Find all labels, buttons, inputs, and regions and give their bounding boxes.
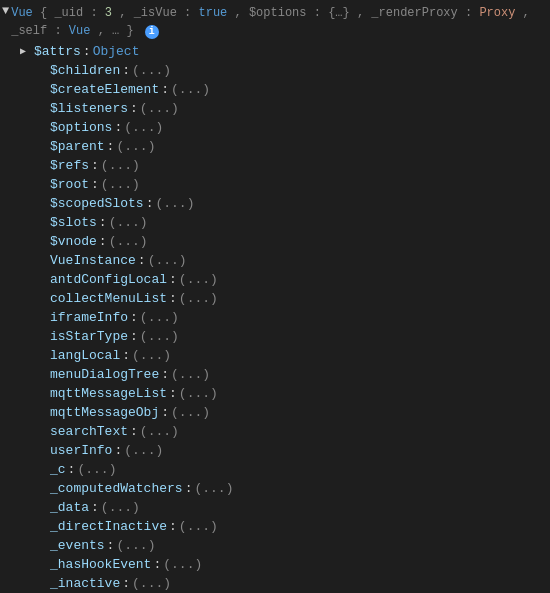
colon-2: : xyxy=(184,6,198,20)
list-item[interactable]: $options : (...) xyxy=(0,118,550,137)
item-name: $scopedSlots xyxy=(50,194,144,213)
item-value: (...) xyxy=(101,498,140,517)
item-value: (...) xyxy=(140,308,179,327)
list-item[interactable]: langLocal : (...) xyxy=(0,346,550,365)
item-name: $children xyxy=(50,61,120,80)
item-colon: : xyxy=(146,194,154,213)
comma-4: , xyxy=(523,6,530,20)
list-item[interactable]: userInfo : (...) xyxy=(0,441,550,460)
list-item[interactable]: _c : (...) xyxy=(0,460,550,479)
item-value: (...) xyxy=(116,137,155,156)
options-value: {…} xyxy=(328,6,350,20)
list-item[interactable]: collectMenuList : (...) xyxy=(0,289,550,308)
item-value: (...) xyxy=(132,574,171,593)
item-colon: : xyxy=(153,555,161,574)
item-value: (...) xyxy=(132,346,171,365)
item-value: (...) xyxy=(179,270,218,289)
item-colon: : xyxy=(130,422,138,441)
item-colon: : xyxy=(138,251,146,270)
item-value: (...) xyxy=(171,365,210,384)
item-name: mqttMessageList xyxy=(50,384,167,403)
colon-3: : xyxy=(314,6,328,20)
list-item[interactable]: mqttMessageObj : (...) xyxy=(0,403,550,422)
item-name: $listeners xyxy=(50,99,128,118)
item-name: $refs xyxy=(50,156,89,175)
self-value: Vue xyxy=(69,24,91,38)
item-value: (...) xyxy=(155,194,194,213)
item-value: (...) xyxy=(179,517,218,536)
item-colon: : xyxy=(114,441,122,460)
self-dots: … xyxy=(112,24,119,38)
item-name: $options xyxy=(50,118,112,137)
list-item[interactable]: $parent : (...) xyxy=(0,137,550,156)
item-value: (...) xyxy=(101,156,140,175)
item-value: (...) xyxy=(109,213,148,232)
console-container: ▼ Vue { _uid : 3 , _isVue : true , $opti… xyxy=(0,0,550,593)
item-name: _c xyxy=(50,460,66,479)
item-name: searchText xyxy=(50,422,128,441)
item-name: userInfo xyxy=(50,441,112,460)
info-icon[interactable]: i xyxy=(145,25,159,39)
self-key: _self xyxy=(11,24,47,38)
item-value: (...) xyxy=(140,99,179,118)
item-colon: : xyxy=(169,289,177,308)
comma-5: , xyxy=(98,24,112,38)
item-value: (...) xyxy=(179,289,218,308)
item-colon: : xyxy=(99,232,107,251)
list-item[interactable]: mqttMessageList : (...) xyxy=(0,384,550,403)
list-item[interactable]: isStarType : (...) xyxy=(0,327,550,346)
attrs-triangle[interactable]: ▶ xyxy=(20,42,30,61)
attrs-row[interactable]: ▶ $attrs : Object xyxy=(0,42,550,61)
renderProxy-value: Proxy xyxy=(479,6,515,20)
item-name: mqttMessageObj xyxy=(50,403,159,422)
item-value: (...) xyxy=(132,61,171,80)
list-item[interactable]: $refs : (...) xyxy=(0,156,550,175)
item-value: (...) xyxy=(124,441,163,460)
list-item[interactable]: $slots : (...) xyxy=(0,213,550,232)
item-colon: : xyxy=(185,479,193,498)
list-item[interactable]: menuDialogTree : (...) xyxy=(0,365,550,384)
list-item[interactable]: _directInactive : (...) xyxy=(0,517,550,536)
list-item[interactable]: _hasHookEvent : (...) xyxy=(0,555,550,574)
list-item[interactable]: _computedWatchers : (...) xyxy=(0,479,550,498)
list-item[interactable]: iframeInfo : (...) xyxy=(0,308,550,327)
list-item[interactable]: searchText : (...) xyxy=(0,422,550,441)
list-item[interactable]: $children : (...) xyxy=(0,61,550,80)
vue-object-header[interactable]: ▼ Vue { _uid : 3 , _isVue : true , $opti… xyxy=(0,2,550,42)
item-colon: : xyxy=(122,61,130,80)
item-colon: : xyxy=(122,574,130,593)
item-value: (...) xyxy=(171,80,210,99)
item-name: collectMenuList xyxy=(50,289,167,308)
renderProxy-key: _renderProxy xyxy=(371,6,457,20)
uid-key-label: _uid xyxy=(54,6,83,20)
item-name: _data xyxy=(50,498,89,517)
item-name: _directInactive xyxy=(50,517,167,536)
list-item[interactable]: VueInstance : (...) xyxy=(0,251,550,270)
item-value: (...) xyxy=(77,460,116,479)
item-colon: : xyxy=(107,536,115,555)
list-item[interactable]: $scopedSlots : (...) xyxy=(0,194,550,213)
isVue-key: _isVue xyxy=(134,6,177,20)
list-item[interactable]: antdConfigLocal : (...) xyxy=(0,270,550,289)
item-name: VueInstance xyxy=(50,251,136,270)
collapse-triangle[interactable]: ▼ xyxy=(2,4,9,18)
list-item[interactable]: _inactive : (...) xyxy=(0,574,550,593)
comma-2: , xyxy=(235,6,249,20)
list-item[interactable]: _events : (...) xyxy=(0,536,550,555)
vue-label: Vue xyxy=(11,6,33,20)
list-item[interactable]: $createElement : (...) xyxy=(0,80,550,99)
list-item[interactable]: _data : (...) xyxy=(0,498,550,517)
item-name: _hasHookEvent xyxy=(50,555,151,574)
list-item[interactable]: $root : (...) xyxy=(0,175,550,194)
attrs-name: $attrs xyxy=(34,42,81,61)
item-colon: : xyxy=(169,517,177,536)
item-colon: : xyxy=(68,460,76,479)
colon-5: : xyxy=(54,24,68,38)
list-item[interactable]: $listeners : (...) xyxy=(0,99,550,118)
item-value: (...) xyxy=(179,384,218,403)
item-name: $vnode xyxy=(50,232,97,251)
item-value: (...) xyxy=(163,555,202,574)
list-item[interactable]: $vnode : (...) xyxy=(0,232,550,251)
tree-section: $children : (...) $createElement : (...)… xyxy=(0,61,550,593)
item-colon: : xyxy=(107,137,115,156)
